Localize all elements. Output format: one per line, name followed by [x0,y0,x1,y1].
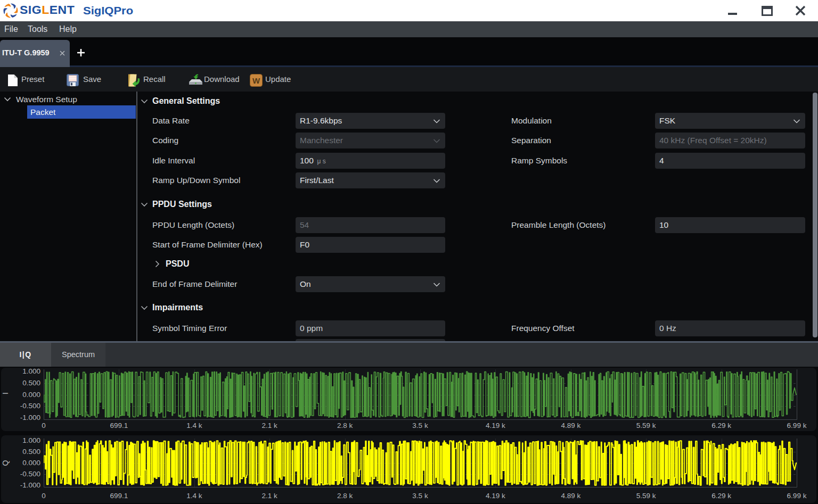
svg-text:W: W [252,76,260,85]
